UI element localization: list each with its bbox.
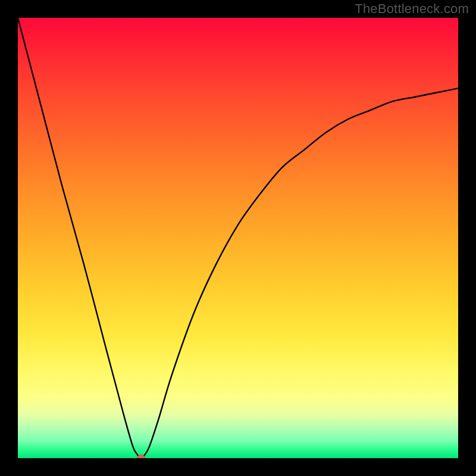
plot-area <box>18 18 458 458</box>
chart-frame: TheBottleneck.com <box>0 0 476 476</box>
minimum-marker <box>137 455 145 458</box>
bottleneck-curve <box>18 18 458 458</box>
watermark-text: TheBottleneck.com <box>355 1 469 17</box>
